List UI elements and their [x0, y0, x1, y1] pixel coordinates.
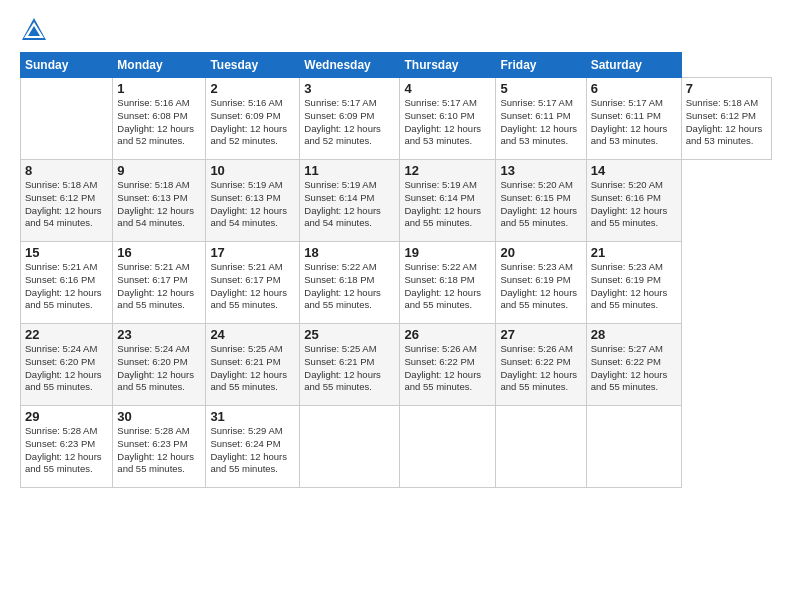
day-info: Sunrise: 5:28 AM Sunset: 6:23 PM Dayligh…: [117, 425, 201, 476]
day-number: 13: [500, 163, 581, 178]
day-number: 21: [591, 245, 677, 260]
calendar-day-cell: 3Sunrise: 5:17 AM Sunset: 6:09 PM Daylig…: [300, 78, 400, 160]
calendar-day-cell: 18Sunrise: 5:22 AM Sunset: 6:18 PM Dayli…: [300, 242, 400, 324]
day-info: Sunrise: 5:18 AM Sunset: 6:13 PM Dayligh…: [117, 179, 201, 230]
day-info: Sunrise: 5:27 AM Sunset: 6:22 PM Dayligh…: [591, 343, 677, 394]
day-number: 28: [591, 327, 677, 342]
header: [20, 16, 772, 44]
day-number: 19: [404, 245, 491, 260]
day-info: Sunrise: 5:16 AM Sunset: 6:09 PM Dayligh…: [210, 97, 295, 148]
logo-icon: [20, 16, 48, 44]
day-info: Sunrise: 5:28 AM Sunset: 6:23 PM Dayligh…: [25, 425, 108, 476]
day-number: 3: [304, 81, 395, 96]
calendar-header-wednesday: Wednesday: [300, 53, 400, 78]
day-number: 2: [210, 81, 295, 96]
calendar-day-cell: 6Sunrise: 5:17 AM Sunset: 6:11 PM Daylig…: [586, 78, 681, 160]
calendar-day-cell: 21Sunrise: 5:23 AM Sunset: 6:19 PM Dayli…: [586, 242, 681, 324]
calendar-week-row: 22Sunrise: 5:24 AM Sunset: 6:20 PM Dayli…: [21, 324, 772, 406]
day-info: Sunrise: 5:19 AM Sunset: 6:14 PM Dayligh…: [404, 179, 491, 230]
calendar-day-cell: 29Sunrise: 5:28 AM Sunset: 6:23 PM Dayli…: [21, 406, 113, 488]
day-number: 6: [591, 81, 677, 96]
day-info: Sunrise: 5:21 AM Sunset: 6:17 PM Dayligh…: [210, 261, 295, 312]
calendar-day-cell: 14Sunrise: 5:20 AM Sunset: 6:16 PM Dayli…: [586, 160, 681, 242]
day-info: Sunrise: 5:26 AM Sunset: 6:22 PM Dayligh…: [404, 343, 491, 394]
calendar-day-cell: [400, 406, 496, 488]
day-number: 22: [25, 327, 108, 342]
calendar-day-cell: 25Sunrise: 5:25 AM Sunset: 6:21 PM Dayli…: [300, 324, 400, 406]
day-info: Sunrise: 5:20 AM Sunset: 6:15 PM Dayligh…: [500, 179, 581, 230]
calendar-day-cell: 8Sunrise: 5:18 AM Sunset: 6:12 PM Daylig…: [21, 160, 113, 242]
logo: [20, 16, 50, 44]
day-number: 26: [404, 327, 491, 342]
calendar-day-cell: 2Sunrise: 5:16 AM Sunset: 6:09 PM Daylig…: [206, 78, 300, 160]
calendar-day-cell: 22Sunrise: 5:24 AM Sunset: 6:20 PM Dayli…: [21, 324, 113, 406]
day-number: 8: [25, 163, 108, 178]
calendar-header-row: SundayMondayTuesdayWednesdayThursdayFrid…: [21, 53, 772, 78]
day-info: Sunrise: 5:18 AM Sunset: 6:12 PM Dayligh…: [686, 97, 767, 148]
day-info: Sunrise: 5:17 AM Sunset: 6:11 PM Dayligh…: [591, 97, 677, 148]
day-number: 25: [304, 327, 395, 342]
calendar-day-cell: [300, 406, 400, 488]
day-number: 27: [500, 327, 581, 342]
day-info: Sunrise: 5:22 AM Sunset: 6:18 PM Dayligh…: [304, 261, 395, 312]
calendar-week-row: 29Sunrise: 5:28 AM Sunset: 6:23 PM Dayli…: [21, 406, 772, 488]
calendar-day-cell: 28Sunrise: 5:27 AM Sunset: 6:22 PM Dayli…: [586, 324, 681, 406]
calendar-header-monday: Monday: [113, 53, 206, 78]
day-info: Sunrise: 5:24 AM Sunset: 6:20 PM Dayligh…: [117, 343, 201, 394]
calendar-day-cell: 10Sunrise: 5:19 AM Sunset: 6:13 PM Dayli…: [206, 160, 300, 242]
calendar-day-cell: 7Sunrise: 5:18 AM Sunset: 6:12 PM Daylig…: [681, 78, 771, 160]
day-number: 23: [117, 327, 201, 342]
calendar-day-cell: 17Sunrise: 5:21 AM Sunset: 6:17 PM Dayli…: [206, 242, 300, 324]
calendar-day-cell: 19Sunrise: 5:22 AM Sunset: 6:18 PM Dayli…: [400, 242, 496, 324]
calendar-day-cell: 4Sunrise: 5:17 AM Sunset: 6:10 PM Daylig…: [400, 78, 496, 160]
calendar-week-row: 1Sunrise: 5:16 AM Sunset: 6:08 PM Daylig…: [21, 78, 772, 160]
day-info: Sunrise: 5:19 AM Sunset: 6:14 PM Dayligh…: [304, 179, 395, 230]
calendar-day-cell: 1Sunrise: 5:16 AM Sunset: 6:08 PM Daylig…: [113, 78, 206, 160]
day-info: Sunrise: 5:20 AM Sunset: 6:16 PM Dayligh…: [591, 179, 677, 230]
calendar-day-cell: 16Sunrise: 5:21 AM Sunset: 6:17 PM Dayli…: [113, 242, 206, 324]
calendar-day-cell: 20Sunrise: 5:23 AM Sunset: 6:19 PM Dayli…: [496, 242, 586, 324]
day-number: 29: [25, 409, 108, 424]
day-number: 11: [304, 163, 395, 178]
calendar-day-cell: 11Sunrise: 5:19 AM Sunset: 6:14 PM Dayli…: [300, 160, 400, 242]
day-number: 16: [117, 245, 201, 260]
day-info: Sunrise: 5:21 AM Sunset: 6:17 PM Dayligh…: [117, 261, 201, 312]
day-info: Sunrise: 5:22 AM Sunset: 6:18 PM Dayligh…: [404, 261, 491, 312]
calendar-day-cell: 12Sunrise: 5:19 AM Sunset: 6:14 PM Dayli…: [400, 160, 496, 242]
calendar-header-tuesday: Tuesday: [206, 53, 300, 78]
day-number: 24: [210, 327, 295, 342]
day-info: Sunrise: 5:26 AM Sunset: 6:22 PM Dayligh…: [500, 343, 581, 394]
calendar-day-cell: [21, 78, 113, 160]
day-info: Sunrise: 5:25 AM Sunset: 6:21 PM Dayligh…: [210, 343, 295, 394]
calendar-day-cell: 27Sunrise: 5:26 AM Sunset: 6:22 PM Dayli…: [496, 324, 586, 406]
calendar-day-cell: 9Sunrise: 5:18 AM Sunset: 6:13 PM Daylig…: [113, 160, 206, 242]
calendar-header-thursday: Thursday: [400, 53, 496, 78]
calendar-header-sunday: Sunday: [21, 53, 113, 78]
calendar-day-cell: 26Sunrise: 5:26 AM Sunset: 6:22 PM Dayli…: [400, 324, 496, 406]
day-number: 31: [210, 409, 295, 424]
day-number: 12: [404, 163, 491, 178]
calendar-day-cell: 5Sunrise: 5:17 AM Sunset: 6:11 PM Daylig…: [496, 78, 586, 160]
day-number: 7: [686, 81, 767, 96]
day-number: 17: [210, 245, 295, 260]
calendar-day-cell: 31Sunrise: 5:29 AM Sunset: 6:24 PM Dayli…: [206, 406, 300, 488]
day-number: 14: [591, 163, 677, 178]
day-info: Sunrise: 5:23 AM Sunset: 6:19 PM Dayligh…: [500, 261, 581, 312]
calendar-table: SundayMondayTuesdayWednesdayThursdayFrid…: [20, 52, 772, 488]
day-info: Sunrise: 5:19 AM Sunset: 6:13 PM Dayligh…: [210, 179, 295, 230]
calendar-day-cell: [496, 406, 586, 488]
day-number: 5: [500, 81, 581, 96]
calendar-day-cell: 30Sunrise: 5:28 AM Sunset: 6:23 PM Dayli…: [113, 406, 206, 488]
calendar-week-row: 8Sunrise: 5:18 AM Sunset: 6:12 PM Daylig…: [21, 160, 772, 242]
day-number: 20: [500, 245, 581, 260]
page: SundayMondayTuesdayWednesdayThursdayFrid…: [0, 0, 792, 612]
day-info: Sunrise: 5:18 AM Sunset: 6:12 PM Dayligh…: [25, 179, 108, 230]
day-number: 1: [117, 81, 201, 96]
day-info: Sunrise: 5:17 AM Sunset: 6:09 PM Dayligh…: [304, 97, 395, 148]
day-info: Sunrise: 5:24 AM Sunset: 6:20 PM Dayligh…: [25, 343, 108, 394]
day-info: Sunrise: 5:17 AM Sunset: 6:10 PM Dayligh…: [404, 97, 491, 148]
day-info: Sunrise: 5:17 AM Sunset: 6:11 PM Dayligh…: [500, 97, 581, 148]
day-info: Sunrise: 5:21 AM Sunset: 6:16 PM Dayligh…: [25, 261, 108, 312]
day-info: Sunrise: 5:23 AM Sunset: 6:19 PM Dayligh…: [591, 261, 677, 312]
calendar-header-saturday: Saturday: [586, 53, 681, 78]
